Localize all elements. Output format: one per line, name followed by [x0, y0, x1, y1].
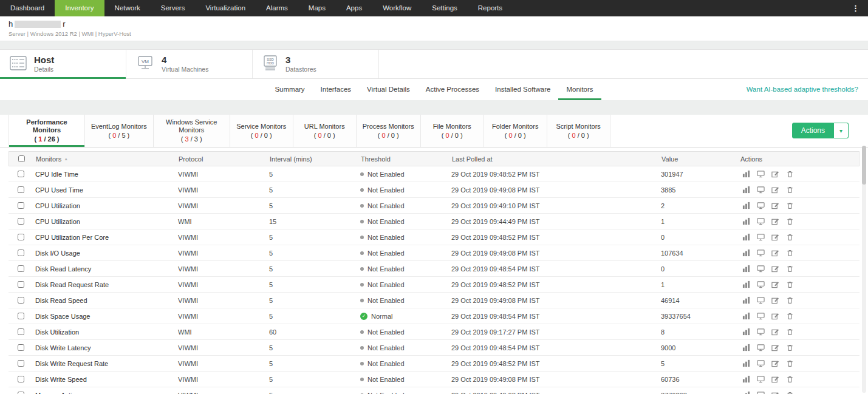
- graph-icon[interactable]: [742, 186, 750, 194]
- edit-icon[interactable]: [771, 233, 779, 241]
- graph-icon[interactable]: [742, 217, 750, 225]
- monitor-screen-icon[interactable]: [757, 296, 765, 304]
- edit-icon[interactable]: [771, 344, 779, 352]
- monitor-screen-icon[interactable]: [757, 186, 765, 194]
- row-checkbox[interactable]: [18, 328, 24, 335]
- monitor-screen-icon[interactable]: [757, 265, 765, 273]
- monitor-screen-icon[interactable]: [757, 233, 765, 241]
- nav-item-settings[interactable]: Settings: [422, 0, 468, 16]
- monitor-name-link[interactable]: Disk Space Usage: [33, 313, 176, 320]
- card-virtual-machines[interactable]: VM 4 Virtual Machines: [126, 50, 253, 78]
- row-checkbox[interactable]: [18, 265, 24, 272]
- monitor-screen-icon[interactable]: [757, 202, 765, 209]
- subnav-item-installed-software[interactable]: Installed Software: [487, 79, 558, 100]
- monitor-name-link[interactable]: Disk Write Speed: [33, 376, 176, 383]
- graph-icon[interactable]: [742, 265, 750, 273]
- monitor-screen-icon[interactable]: [757, 280, 765, 288]
- monitor-name-link[interactable]: Disk Read Speed: [33, 297, 176, 304]
- monitor-name-link[interactable]: CPU Utilization Per Core: [33, 234, 176, 241]
- row-checkbox[interactable]: [18, 250, 24, 256]
- monitor-name-link[interactable]: Disk Read Request Rate: [33, 281, 176, 288]
- graph-icon[interactable]: [742, 344, 750, 352]
- graph-icon[interactable]: [742, 391, 750, 394]
- edit-icon[interactable]: [771, 280, 779, 288]
- monitor-screen-icon[interactable]: [757, 170, 765, 178]
- edit-icon[interactable]: [771, 328, 779, 336]
- nav-item-dashboard[interactable]: Dashboard: [0, 0, 55, 16]
- col-monitors[interactable]: Monitors ▲: [33, 155, 176, 163]
- monitor-screen-icon[interactable]: [757, 344, 765, 352]
- delete-icon[interactable]: [786, 359, 794, 367]
- monitor-name-link[interactable]: CPU Utilization: [33, 218, 176, 225]
- monitor-screen-icon[interactable]: [757, 328, 765, 336]
- scrollbar-thumb[interactable]: [862, 146, 866, 185]
- monitor-name-link[interactable]: CPU Idle Time: [33, 171, 176, 178]
- edit-icon[interactable]: [771, 202, 779, 209]
- vertical-scrollbar[interactable]: [862, 146, 866, 393]
- nav-item-virtualization[interactable]: Virtualization: [195, 0, 256, 16]
- edit-icon[interactable]: [771, 312, 779, 320]
- sort-asc-icon[interactable]: ▲: [64, 157, 68, 161]
- nav-item-apps[interactable]: Apps: [336, 0, 372, 16]
- nav-item-inventory[interactable]: Inventory: [55, 0, 104, 16]
- delete-icon[interactable]: [786, 217, 794, 225]
- row-checkbox[interactable]: [18, 186, 24, 193]
- row-checkbox[interactable]: [18, 171, 24, 177]
- delete-icon[interactable]: [786, 391, 794, 394]
- monitor-screen-icon[interactable]: [757, 312, 765, 320]
- nav-item-alarms[interactable]: Alarms: [256, 0, 298, 16]
- row-checkbox[interactable]: [18, 376, 24, 382]
- graph-icon[interactable]: [742, 312, 750, 320]
- monitor-name-link[interactable]: Disk Read Latency: [33, 265, 176, 273]
- overflow-menu-icon[interactable]: ⋮: [843, 0, 868, 16]
- delete-icon[interactable]: [786, 375, 794, 383]
- nav-item-maps[interactable]: Maps: [298, 0, 336, 16]
- delete-icon[interactable]: [786, 186, 794, 194]
- subnav-item-interfaces[interactable]: Interfaces: [313, 79, 360, 100]
- delete-icon[interactable]: [786, 312, 794, 320]
- subnav-item-virtual-details[interactable]: Virtual Details: [359, 79, 418, 100]
- delete-icon[interactable]: [786, 249, 794, 257]
- monitor-name-link[interactable]: Disk Write Request Rate: [33, 360, 176, 367]
- delete-icon[interactable]: [786, 328, 794, 336]
- monitor-tab-service-monitors[interactable]: Service Monitors( 0 / 0 ): [230, 115, 293, 147]
- row-checkbox[interactable]: [18, 202, 24, 209]
- monitor-tab-url-monitors[interactable]: URL Monitors( 0 / 0 ): [293, 115, 357, 147]
- delete-icon[interactable]: [786, 296, 794, 304]
- nav-item-servers[interactable]: Servers: [151, 0, 196, 16]
- subnav-item-summary[interactable]: Summary: [267, 79, 312, 100]
- monitor-screen-icon[interactable]: [757, 391, 765, 394]
- monitor-tab-eventlog-monitors[interactable]: EventLog Monitors( 0 / 5 ): [85, 115, 154, 147]
- edit-icon[interactable]: [771, 265, 779, 273]
- monitor-name-link[interactable]: Memory Active: [33, 392, 176, 394]
- graph-icon[interactable]: [742, 280, 750, 288]
- delete-icon[interactable]: [786, 280, 794, 288]
- delete-icon[interactable]: [786, 265, 794, 273]
- nav-item-network[interactable]: Network: [104, 0, 151, 16]
- row-checkbox[interactable]: [18, 234, 24, 240]
- row-checkbox[interactable]: [18, 297, 24, 304]
- monitor-name-link[interactable]: Disk Utilization: [33, 328, 176, 336]
- graph-icon[interactable]: [742, 249, 750, 257]
- monitor-tab-process-monitors[interactable]: Process Monitors( 0 / 0 ): [357, 115, 421, 147]
- edit-icon[interactable]: [771, 217, 779, 225]
- select-all-checkbox[interactable]: [18, 155, 25, 162]
- graph-icon[interactable]: [742, 375, 750, 383]
- row-checkbox[interactable]: [18, 218, 24, 225]
- graph-icon[interactable]: [742, 170, 750, 178]
- edit-icon[interactable]: [771, 359, 779, 367]
- adaptive-thresholds-link[interactable]: Want AI-based adaptive thresholds?: [747, 79, 858, 100]
- card-host-details[interactable]: Host Details: [0, 50, 126, 78]
- delete-icon[interactable]: [786, 202, 794, 209]
- row-checkbox[interactable]: [18, 344, 24, 351]
- edit-icon[interactable]: [771, 249, 779, 257]
- monitor-screen-icon[interactable]: [757, 359, 765, 367]
- row-checkbox[interactable]: [18, 392, 24, 394]
- monitor-tab-windows-service-monitors[interactable]: Windows Service Monitors( 3 / 3 ): [154, 115, 230, 147]
- actions-button[interactable]: Actions: [792, 123, 834, 138]
- row-checkbox[interactable]: [18, 313, 24, 319]
- graph-icon[interactable]: [742, 296, 750, 304]
- subnav-item-active-processes[interactable]: Active Processes: [418, 79, 487, 100]
- graph-icon[interactable]: [742, 359, 750, 367]
- monitor-screen-icon[interactable]: [757, 249, 765, 257]
